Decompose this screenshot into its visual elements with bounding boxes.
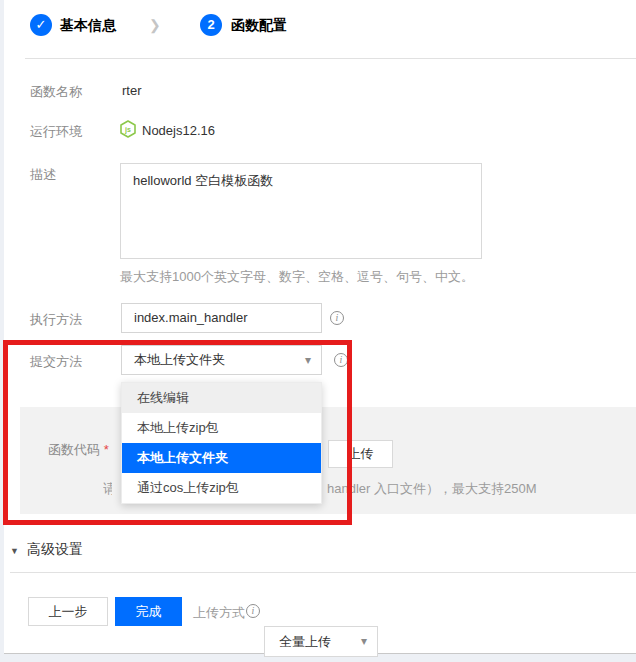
submit-method-label: 提交方法 bbox=[30, 353, 82, 371]
dropdown-option-local-folder[interactable]: 本地上传文件夹 bbox=[122, 443, 321, 473]
footer-divider bbox=[10, 572, 636, 573]
function-name-value: rter bbox=[122, 83, 142, 98]
submit-method-value: 本地上传文件夹 bbox=[134, 352, 225, 367]
upload-mode-label: 上传方式 bbox=[193, 604, 245, 622]
description-textarea[interactable]: helloworld 空白模板函数 bbox=[120, 163, 482, 259]
nodejs-icon: js bbox=[119, 120, 137, 138]
dropdown-option-cos-zip[interactable]: 通过cos上传zip包 bbox=[122, 473, 321, 503]
function-name-label: 函数名称 bbox=[30, 83, 82, 101]
submit-method-select[interactable]: 本地上传文件夹 ▾ bbox=[121, 345, 322, 375]
handler-label: 执行方法 bbox=[30, 311, 82, 329]
handler-input[interactable]: index.main_handler bbox=[121, 303, 322, 333]
dropdown-option-online-edit[interactable]: 在线编辑 bbox=[122, 383, 321, 413]
submit-method-dropdown-menu: 在线编辑 本地上传zip包 本地上传文件夹 通过cos上传zip包 bbox=[121, 382, 322, 504]
handler-info-icon[interactable]: i bbox=[330, 311, 344, 325]
description-label: 描述 bbox=[30, 166, 56, 184]
svg-text:js: js bbox=[124, 126, 131, 134]
upload-mode-info-icon[interactable]: i bbox=[246, 604, 260, 618]
chevron-down-icon: ▾ bbox=[305, 346, 311, 374]
prev-step-button[interactable]: 上一步 bbox=[28, 597, 108, 626]
code-hint-clipped: 请 bbox=[103, 480, 112, 497]
dropdown-option-local-zip[interactable]: 本地上传zip包 bbox=[122, 413, 321, 443]
step2-label: 函数配置 bbox=[231, 17, 287, 35]
upload-mode-select[interactable]: 全量上传 ▾ bbox=[264, 626, 378, 657]
upload-button[interactable]: 上传 bbox=[328, 440, 393, 468]
advanced-settings-toggle[interactable]: 高级设置 bbox=[27, 541, 83, 559]
check-icon: ✓ bbox=[36, 17, 47, 32]
submit-method-info-icon[interactable]: i bbox=[334, 353, 348, 367]
chevron-down-icon: ▾ bbox=[361, 627, 367, 655]
required-asterisk: * bbox=[104, 442, 109, 457]
step2-number: 2 bbox=[207, 17, 214, 32]
chevron-right-icon: ❯ bbox=[149, 17, 161, 33]
code-hint: handler 入口文件），最大支持250M bbox=[327, 480, 537, 498]
runtime-value: Nodejs12.16 bbox=[142, 123, 215, 138]
step1-done-check-circle: ✓ bbox=[30, 14, 52, 36]
upload-mode-value: 全量上传 bbox=[279, 634, 331, 649]
runtime-label: 运行环境 bbox=[30, 123, 82, 141]
header-divider bbox=[25, 58, 636, 59]
description-hint: 最大支持1000个英文字母、数字、空格、逗号、句号、中文。 bbox=[120, 268, 474, 286]
function-code-label: 函数代码 * bbox=[48, 441, 109, 459]
done-button[interactable]: 完成 bbox=[115, 597, 182, 626]
collapse-triangle-icon[interactable]: ▼ bbox=[10, 546, 19, 556]
step2-number-circle: 2 bbox=[200, 14, 222, 36]
step1-label[interactable]: 基本信息 bbox=[60, 17, 116, 35]
